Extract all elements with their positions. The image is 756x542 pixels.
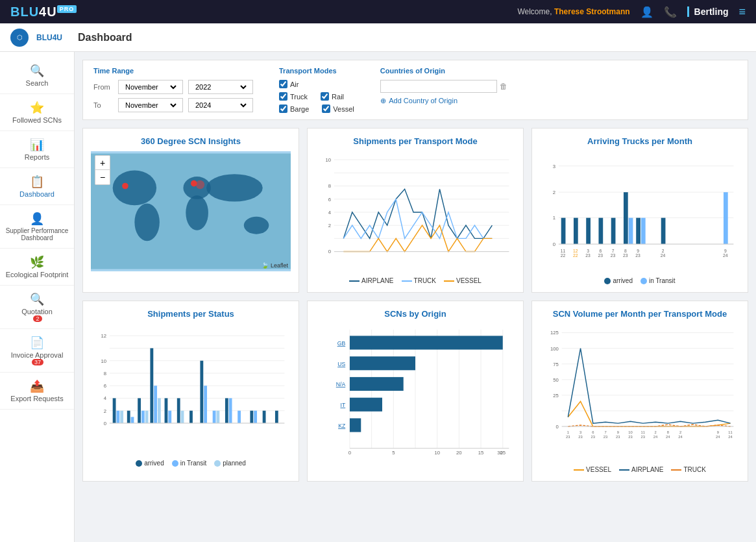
- svg-rect-91: [150, 348, 153, 423]
- svg-text:23: 23: [604, 435, 607, 439]
- sidebar-item-ecological[interactable]: 🌿 Ecological Footprint: [0, 249, 74, 286]
- trash-icon[interactable]: 🗑: [500, 82, 507, 91]
- zoom-in-button[interactable]: +: [95, 156, 110, 170]
- to-label: To: [93, 101, 113, 109]
- svg-point-2: [206, 174, 263, 201]
- svg-rect-109: [275, 411, 278, 423]
- truck-checkbox[interactable]: [279, 92, 287, 101]
- legend-status-planned: planned: [214, 460, 246, 467]
- svg-text:4: 4: [104, 395, 107, 401]
- sidebar-item-dashboard[interactable]: 📋 Dashboard: [0, 168, 74, 205]
- shipments-mode-legend: AIRPLANE TRUCK VESSEL: [315, 277, 515, 284]
- scns-origin-title: SCNs by Origin: [315, 309, 515, 319]
- barge-checkbox[interactable]: [279, 105, 287, 113]
- sidebar: 🔍 Search ⭐ Followed SCNs 📊 Reports 📋 Das…: [0, 52, 75, 542]
- legend-vol-airplane: AIRPLANE: [619, 466, 663, 473]
- svg-text:22: 22: [561, 253, 566, 258]
- mode-row-2: Truck Rail: [279, 92, 354, 101]
- user-icon[interactable]: 👤: [640, 6, 653, 18]
- svg-text:24: 24: [661, 253, 666, 258]
- svg-text:15: 15: [478, 450, 484, 456]
- year-to-dropdown[interactable]: 2024: [193, 101, 249, 110]
- svg-text:23: 23: [578, 435, 582, 439]
- svg-text:23: 23: [628, 435, 632, 439]
- svg-rect-97: [181, 411, 184, 423]
- sidebar-item-quotation[interactable]: 🔍 Quotation 2: [0, 286, 74, 329]
- svg-text:23: 23: [566, 435, 570, 439]
- sidebar-item-reports[interactable]: 📊 Reports: [0, 131, 74, 168]
- svg-rect-94: [165, 398, 168, 423]
- quotation-icon: 🔍: [30, 292, 44, 306]
- sidebar-item-supplier[interactable]: 👤 Supplier Performance Dashboard: [0, 205, 74, 249]
- zoom-out-button[interactable]: −: [95, 170, 110, 184]
- mode-barge[interactable]: Barge: [279, 105, 309, 113]
- legend-airplane: AIRPLANE: [349, 277, 393, 284]
- mode-air[interactable]: Air: [279, 80, 299, 88]
- rail-checkbox[interactable]: [321, 92, 329, 101]
- svg-text:11: 11: [641, 430, 645, 434]
- shipments-status-legend: arrived in Transit planned: [91, 460, 291, 467]
- to-row: To November 2024: [93, 98, 253, 112]
- svg-rect-33: [561, 218, 566, 244]
- svg-text:3: 3: [587, 249, 589, 253]
- svg-text:23: 23: [598, 253, 604, 258]
- logo-area: BLU4UPRO: [10, 5, 77, 19]
- transport-modes-label: Transport Modes: [279, 67, 354, 75]
- leaf-icon: 🌿: [30, 255, 44, 269]
- svg-text:N/A: N/A: [336, 381, 346, 388]
- svg-text:8: 8: [624, 249, 627, 253]
- map-chart-card: 360 Degree SCN Insights + −: [82, 128, 299, 293]
- mode-vessel[interactable]: Vessel: [322, 105, 354, 113]
- countries-label: Countries of Origin: [380, 67, 507, 75]
- svg-text:24: 24: [728, 435, 733, 439]
- svg-text:24: 24: [723, 253, 728, 258]
- year-to-select[interactable]: 2024: [188, 98, 253, 112]
- plus-icon: ⊕: [380, 97, 386, 105]
- mode-truck[interactable]: Truck: [279, 92, 308, 101]
- sidebar-item-followed-scns[interactable]: ⭐ Followed SCNs: [0, 94, 74, 131]
- svg-rect-39: [598, 218, 603, 244]
- app-name[interactable]: BLU4U: [36, 33, 62, 42]
- svg-text:2: 2: [654, 430, 656, 434]
- svg-text:24: 24: [678, 435, 683, 439]
- month-to-select[interactable]: November: [118, 98, 183, 112]
- add-country-button[interactable]: ⊕ Add Country of Origin: [380, 97, 507, 105]
- svg-rect-96: [177, 398, 180, 423]
- svg-rect-84: [116, 411, 119, 423]
- svg-text:7: 7: [612, 249, 615, 253]
- air-checkbox[interactable]: [279, 80, 287, 88]
- svg-text:10: 10: [326, 157, 332, 163]
- map-container[interactable]: + −: [91, 151, 291, 271]
- svg-rect-108: [263, 411, 266, 423]
- mode-row-1: Air: [279, 80, 354, 88]
- shipments-mode-card: Shipments per Transport Mode 10 8 6 4: [307, 128, 524, 293]
- pro-badge: PRO: [57, 5, 77, 13]
- legend-truck: TRUCK: [402, 277, 436, 284]
- svg-text:23: 23: [623, 253, 628, 258]
- svg-text:125: 125: [550, 330, 559, 336]
- year-from-dropdown[interactable]: 2022: [193, 82, 249, 92]
- sidebar-item-invoice[interactable]: 📄 Invoice Approval 37: [0, 329, 74, 373]
- mode-rail[interactable]: Rail: [321, 92, 344, 101]
- sidebar-item-search[interactable]: 🔍 Search: [0, 57, 74, 94]
- svg-text:6: 6: [328, 197, 331, 203]
- svg-text:6: 6: [104, 383, 106, 389]
- vol-truck-icon: [671, 469, 681, 471]
- svg-point-6: [244, 217, 269, 234]
- svg-text:GB: GB: [337, 340, 346, 347]
- svg-point-3: [186, 195, 208, 230]
- svg-text:2: 2: [679, 430, 681, 434]
- phone-icon[interactable]: 📞: [664, 6, 677, 18]
- month-to-dropdown[interactable]: November: [123, 101, 178, 110]
- country-input[interactable]: [380, 80, 497, 93]
- sidebar-item-export[interactable]: 📤 Export Requests: [0, 373, 74, 410]
- month-from-select[interactable]: November: [118, 80, 183, 94]
- svg-text:4: 4: [328, 210, 332, 216]
- year-from-select[interactable]: 2022: [188, 80, 253, 94]
- map-zoom-controls[interactable]: + −: [95, 155, 110, 185]
- vessel-checkbox[interactable]: [322, 105, 330, 113]
- trucks-month-card: Arriving Trucks per Month 3 2 1 0: [531, 128, 748, 293]
- svg-text:KZ: KZ: [338, 423, 346, 429]
- month-from-dropdown[interactable]: November: [123, 82, 178, 92]
- svg-text:2: 2: [662, 249, 665, 253]
